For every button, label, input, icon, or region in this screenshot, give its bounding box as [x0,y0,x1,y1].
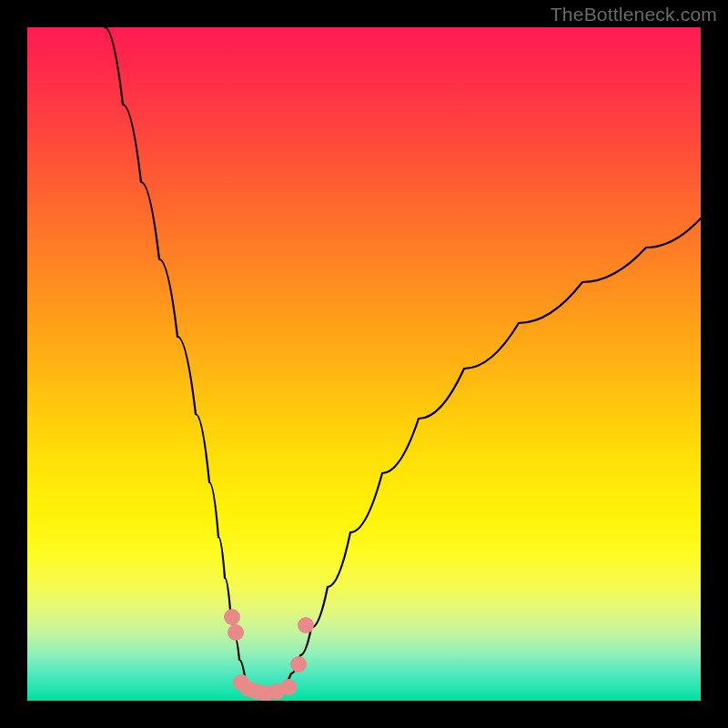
highlight-dot [228,624,244,641]
highlight-dot [290,656,307,672]
highlight-dot [280,679,297,695]
watermark-text: TheBottleneck.com [551,4,717,25]
curve-right-branch [266,218,701,694]
chart-svg [27,27,701,701]
highlight-dot [224,609,240,625]
curve-left-branch [105,27,266,694]
chart-frame: TheBottleneck.com [0,0,728,728]
highlight-dot [298,617,314,633]
plot-area [27,27,701,701]
